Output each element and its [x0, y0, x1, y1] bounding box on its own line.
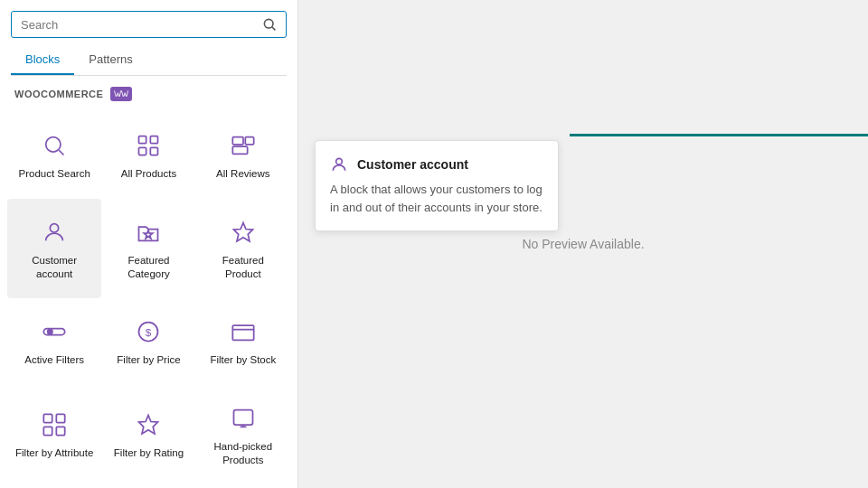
svg-point-0 — [264, 19, 273, 28]
svg-marker-13 — [233, 222, 252, 240]
teal-accent-line — [570, 134, 868, 136]
svg-point-11 — [50, 223, 58, 231]
svg-text:$: $ — [146, 326, 152, 338]
tabs-container: Blocks Patterns — [11, 45, 287, 76]
block-active-filters-label: Active Filters — [24, 353, 84, 367]
right-panel: No Preview Available. — [298, 0, 868, 488]
block-customer-account-label: Customer account — [14, 254, 94, 281]
block-filter-by-stock[interactable]: Filter by Stock — [196, 298, 290, 385]
preview-text: No Preview Available. — [522, 237, 644, 251]
search-input[interactable] — [21, 18, 262, 32]
block-all-products-label: All Products — [121, 167, 176, 181]
tooltip-customer-account-icon — [330, 155, 348, 174]
woo-badge — [110, 87, 132, 101]
svg-rect-8 — [232, 137, 243, 145]
tab-patterns[interactable]: Patterns — [74, 45, 146, 75]
svg-line-3 — [59, 151, 63, 155]
svg-rect-21 — [43, 427, 52, 436]
featured-category-icon — [132, 216, 165, 249]
tooltip-card: Customer account A block that allows you… — [315, 140, 559, 231]
block-featured-category-label: Featured Category — [108, 254, 188, 281]
svg-point-15 — [47, 329, 53, 335]
preview-area: No Preview Available. — [298, 0, 868, 488]
block-featured-category[interactable]: Featured Category — [101, 199, 195, 298]
block-all-reviews-label: All Reviews — [216, 167, 269, 181]
woocommerce-section-label: WOOCOMMERCE — [0, 76, 297, 108]
blocks-grid: Product Search All Products All Reviews … — [0, 108, 297, 488]
block-featured-product-label: Featured Product — [203, 254, 283, 281]
block-active-filters[interactable]: Active Filters — [7, 298, 101, 385]
featured-product-icon — [227, 216, 259, 249]
block-filter-by-attribute[interactable]: Filter by Attribute — [7, 385, 101, 484]
block-filter-by-stock-label: Filter by Stock — [210, 353, 276, 367]
tab-blocks[interactable]: Blocks — [11, 45, 74, 75]
search-icon — [262, 17, 277, 32]
block-hand-picked-products-label: Hand-picked Products — [203, 440, 283, 467]
block-all-reviews[interactable]: All Reviews — [196, 112, 290, 199]
tooltip-description: A block that allows your customers to lo… — [330, 181, 543, 216]
svg-rect-20 — [56, 415, 64, 423]
product-search-icon — [38, 129, 71, 162]
hand-picked-products-icon — [227, 402, 259, 435]
active-filters-icon — [38, 315, 71, 348]
svg-rect-4 — [139, 136, 146, 144]
svg-rect-18 — [232, 325, 253, 340]
filter-by-stock-icon — [227, 315, 259, 348]
svg-rect-14 — [43, 329, 64, 335]
svg-rect-6 — [139, 148, 146, 155]
all-products-icon — [132, 129, 165, 162]
customer-account-icon — [38, 216, 71, 249]
block-featured-product[interactable]: Featured Product — [196, 199, 290, 298]
block-product-search[interactable]: Product Search — [7, 112, 101, 199]
svg-point-2 — [46, 137, 61, 152]
svg-rect-7 — [151, 148, 158, 155]
svg-point-27 — [336, 158, 343, 164]
search-bar — [11, 11, 287, 38]
svg-marker-12 — [145, 230, 153, 238]
block-filter-by-attribute-label: Filter by Attribute — [15, 446, 93, 460]
block-product-search-label: Product Search — [19, 167, 90, 181]
filter-by-rating-icon — [132, 408, 165, 441]
left-panel: Blocks Patterns WOOCOMMERCE Product Sear… — [0, 0, 298, 488]
block-filter-by-price-label: Filter by Price — [117, 353, 180, 367]
block-filter-by-rating[interactable]: Filter by Rating — [101, 385, 195, 484]
all-reviews-icon — [227, 129, 259, 162]
svg-marker-23 — [139, 416, 158, 434]
svg-rect-19 — [43, 415, 52, 423]
block-hand-picked-products[interactable]: Hand-picked Products — [196, 385, 290, 484]
block-all-products[interactable]: All Products — [101, 112, 195, 199]
svg-rect-22 — [56, 427, 64, 436]
filter-by-price-icon: $ — [132, 315, 165, 348]
tooltip-title: Customer account — [357, 157, 468, 172]
filter-by-attribute-icon — [38, 408, 71, 441]
block-filter-by-price[interactable]: $ Filter by Price — [101, 298, 195, 385]
svg-rect-24 — [233, 409, 252, 424]
svg-rect-10 — [232, 146, 247, 154]
woo-logo-icon — [113, 89, 129, 99]
svg-line-1 — [272, 27, 276, 31]
block-customer-account[interactable]: Customer account — [7, 199, 101, 298]
tooltip-header: Customer account — [330, 155, 543, 174]
svg-rect-9 — [245, 137, 253, 145]
svg-rect-5 — [151, 136, 158, 144]
block-filter-by-rating-label: Filter by Rating — [114, 446, 184, 460]
